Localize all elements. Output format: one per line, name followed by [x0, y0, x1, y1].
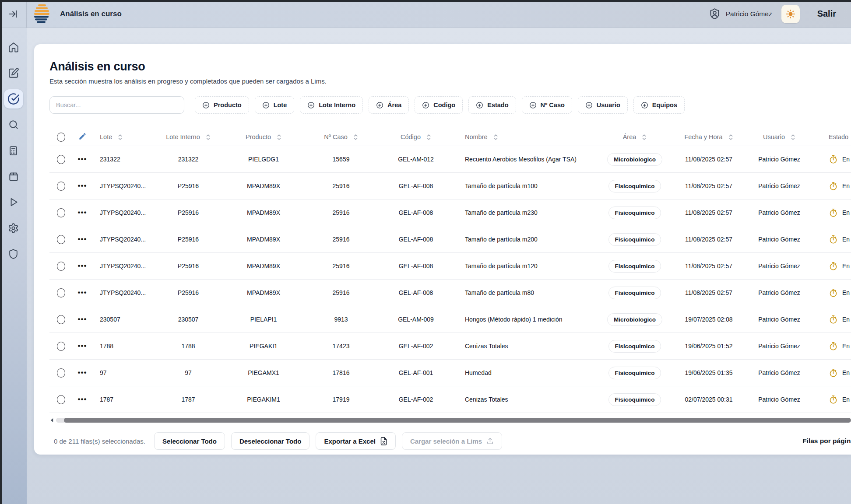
column-header-fecha[interactable]: Fecha y Hora	[684, 133, 733, 140]
row-checkbox[interactable]	[57, 395, 65, 404]
column-header-lote[interactable]: Lote	[100, 133, 123, 140]
timer-icon	[829, 262, 838, 271]
row-checkbox[interactable]	[57, 342, 65, 351]
row-menu-button[interactable]: •••	[78, 342, 87, 350]
cell-nombre: Tamaño de partícula m120	[457, 262, 538, 270]
timer-icon	[829, 288, 838, 298]
cell-codigo: GEL-AF-008	[399, 289, 433, 296]
sidebar-item-package[interactable]	[4, 167, 23, 186]
export-excel-button[interactable]: Exportar a Excel	[316, 432, 396, 450]
cell-fecha: 11/08/2025 02:57	[685, 209, 732, 216]
home-icon	[8, 42, 19, 53]
plus-circle-icon	[307, 102, 315, 109]
sidebar-item-search[interactable]	[4, 115, 23, 134]
row-menu-button[interactable]: •••	[78, 315, 87, 323]
cell-producto: MPADM89X	[247, 209, 280, 216]
cell-fecha: 11/08/2025 02:57	[685, 182, 732, 189]
filter-chip-0[interactable]: Producto	[195, 96, 249, 114]
row-menu-button[interactable]: •••	[78, 182, 87, 190]
column-header-lote_interno[interactable]: Lote Interno	[166, 133, 210, 140]
content-card: Análisis en curso Esta sección muestra l…	[34, 44, 851, 455]
sort-icon[interactable]	[791, 134, 795, 140]
sidebar-item-analysis[interactable]	[4, 89, 23, 108]
sort-icon[interactable]	[426, 134, 431, 140]
status-cell: En curso	[816, 288, 851, 298]
sidebar-item-settings[interactable]	[4, 218, 23, 238]
filter-chip-7[interactable]: Usuario	[578, 96, 628, 114]
sidebar-item-calculator[interactable]	[4, 141, 23, 160]
filter-chip-5[interactable]: Estado	[468, 96, 516, 114]
filter-chip-6[interactable]: Nº Caso	[522, 96, 572, 114]
cell-codigo: GEL-AF-002	[399, 396, 433, 403]
row-menu-button[interactable]: •••	[78, 288, 87, 297]
sort-icon[interactable]	[493, 134, 498, 140]
status-label: En curso	[842, 236, 851, 243]
sidebar-item-edit[interactable]	[4, 63, 23, 83]
row-menu-button[interactable]: •••	[78, 262, 87, 270]
column-header-producto[interactable]: Producto	[246, 133, 281, 140]
column-header-usuario[interactable]: Usuario	[763, 133, 795, 140]
scrollbar-track[interactable]	[56, 418, 851, 423]
topbar-right: Patricio Gómez Salir	[709, 5, 836, 23]
load-lims-button[interactable]: Cargar seleción a Lims	[402, 432, 502, 450]
row-checkbox[interactable]	[57, 368, 65, 378]
column-header-n_caso[interactable]: Nº Caso	[324, 133, 358, 140]
scroll-left-arrow-icon[interactable]	[49, 418, 54, 423]
user-name: Patricio Gómez	[726, 10, 772, 18]
row-checkbox[interactable]	[57, 288, 65, 298]
row-menu-button[interactable]: •••	[78, 235, 87, 243]
search-input[interactable]	[49, 96, 184, 114]
area-badge: Fisicoquimico	[608, 287, 661, 299]
sort-icon[interactable]	[118, 134, 123, 140]
status-cell: En curso	[816, 315, 851, 324]
sort-icon[interactable]	[353, 134, 358, 140]
theme-toggle-button[interactable]	[781, 5, 800, 23]
area-badge: Fisicoquimico	[608, 393, 661, 406]
column-header-area[interactable]: Área	[623, 133, 647, 140]
row-checkbox[interactable]	[57, 315, 65, 324]
cell-codigo: GEL-AF-001	[399, 369, 433, 376]
select-all-button[interactable]: Seleccionar Todo	[154, 432, 225, 450]
column-header-estado[interactable]: Estado	[829, 133, 851, 140]
filter-chip-8[interactable]: Equipos	[633, 96, 685, 114]
table-row: •••JTYPSQ20240...P25916MPADM89X25916GEL-…	[49, 226, 851, 253]
cell-lote_interno: 230507	[178, 316, 199, 323]
cell-lote_interno: 97	[185, 369, 192, 376]
cell-producto: PIELGDG1	[248, 156, 279, 163]
cell-usuario: Patricio Gómez	[758, 236, 800, 243]
filter-chip-1[interactable]: Lote	[255, 96, 295, 114]
filter-chip-4[interactable]: Codigo	[415, 96, 463, 114]
sort-icon[interactable]	[642, 134, 647, 140]
horizontal-scrollbar[interactable]	[49, 417, 851, 423]
row-checkbox[interactable]	[57, 182, 65, 191]
table-row: •••17871787PIEGAKIM117919GEL-AF-002Ceniz…	[49, 386, 851, 413]
sort-icon[interactable]	[277, 134, 281, 140]
row-checkbox[interactable]	[57, 262, 65, 271]
sidebar-item-home[interactable]	[4, 38, 23, 57]
row-menu-button[interactable]: •••	[78, 208, 87, 217]
logout-button[interactable]: Salir	[817, 9, 836, 19]
sidebar-collapse-button[interactable]	[0, 0, 27, 28]
status-label: En curso	[842, 289, 851, 296]
cell-nombre: Tamaño de partícula m200	[457, 236, 538, 243]
filter-chip-3[interactable]: Área	[369, 96, 409, 114]
deselect-all-button[interactable]: Deseleccionar Todo	[231, 432, 309, 450]
cell-n_caso: 25916	[333, 262, 350, 270]
row-menu-button[interactable]: •••	[78, 368, 87, 377]
row-menu-button[interactable]: •••	[78, 155, 87, 163]
sort-icon[interactable]	[728, 134, 733, 140]
column-header-nombre[interactable]: Nombre	[465, 133, 498, 140]
sort-icon[interactable]	[206, 134, 211, 140]
filter-chip-2[interactable]: Lote Interno	[300, 96, 363, 114]
status-cell: En curso	[816, 368, 851, 378]
excel-file-icon	[380, 437, 387, 445]
scrollbar-thumb[interactable]	[64, 418, 851, 423]
select-all-checkbox[interactable]	[57, 133, 65, 142]
sidebar-item-security[interactable]	[4, 244, 23, 263]
row-menu-button[interactable]: •••	[78, 395, 87, 403]
row-checkbox[interactable]	[57, 235, 65, 244]
column-header-codigo[interactable]: Código	[401, 133, 431, 140]
row-checkbox[interactable]	[57, 155, 65, 164]
sidebar-item-run[interactable]	[4, 192, 23, 212]
row-checkbox[interactable]	[57, 208, 65, 217]
